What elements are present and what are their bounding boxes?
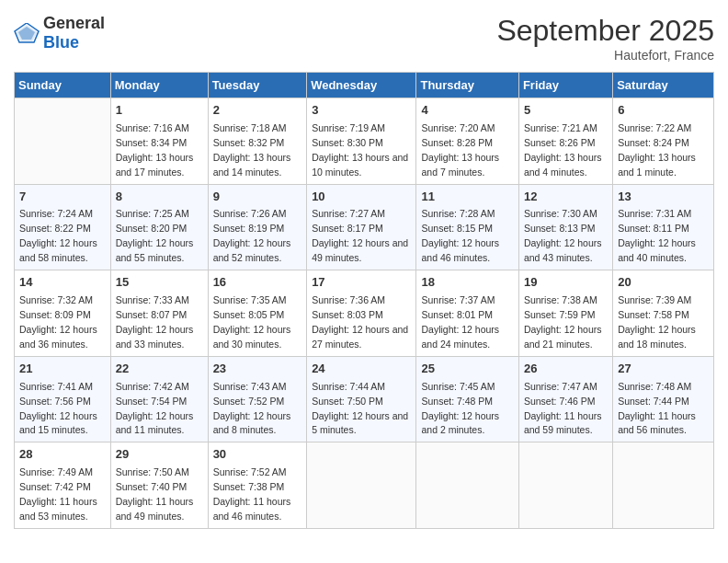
day-number: 22: [116, 361, 203, 378]
day-info: Sunrise: 7:31 AMSunset: 8:11 PMDaylight:…: [618, 208, 696, 263]
day-info: Sunrise: 7:42 AMSunset: 7:54 PMDaylight:…: [116, 381, 194, 436]
calendar-cell: [518, 442, 612, 529]
calendar-cell: 2Sunrise: 7:18 AMSunset: 8:32 PMDaylight…: [208, 98, 307, 185]
calendar-table: SundayMondayTuesdayWednesdayThursdayFrid…: [14, 72, 714, 529]
calendar-cell: [307, 442, 416, 529]
day-number: 27: [618, 361, 709, 378]
day-number: 2: [213, 102, 302, 120]
day-info: Sunrise: 7:49 AMSunset: 7:42 PMDaylight:…: [19, 466, 97, 522]
day-info: Sunrise: 7:20 AMSunset: 8:28 PMDaylight:…: [421, 122, 499, 178]
col-header-monday: Monday: [110, 73, 208, 98]
day-info: Sunrise: 7:33 AMSunset: 8:07 PMDaylight:…: [116, 294, 194, 350]
calendar-cell: 3Sunrise: 7:19 AMSunset: 8:30 PMDaylight…: [307, 98, 416, 185]
calendar-week-row: 7Sunrise: 7:24 AMSunset: 8:22 PMDaylight…: [15, 184, 714, 270]
day-number: 29: [116, 446, 203, 464]
calendar-cell: 1Sunrise: 7:16 AMSunset: 8:34 PMDaylight…: [110, 98, 208, 185]
logo-icon: [14, 23, 40, 43]
day-number: 8: [116, 189, 203, 206]
day-info: Sunrise: 7:48 AMSunset: 7:44 PMDaylight:…: [618, 381, 696, 436]
day-number: 25: [421, 361, 513, 378]
calendar-cell: 17Sunrise: 7:36 AMSunset: 8:03 PMDayligh…: [307, 270, 416, 357]
calendar-cell: 13Sunrise: 7:31 AMSunset: 8:11 PMDayligh…: [613, 184, 714, 270]
calendar-week-row: 14Sunrise: 7:32 AMSunset: 8:09 PMDayligh…: [15, 270, 714, 357]
calendar-cell: 25Sunrise: 7:45 AMSunset: 7:48 PMDayligh…: [416, 356, 518, 442]
day-number: 18: [421, 274, 513, 292]
day-number: 13: [618, 189, 709, 206]
calendar-cell: 11Sunrise: 7:28 AMSunset: 8:15 PMDayligh…: [416, 184, 518, 270]
day-number: 11: [421, 189, 513, 206]
day-number: 9: [213, 189, 302, 206]
day-number: 7: [19, 189, 106, 206]
calendar-cell: 29Sunrise: 7:50 AMSunset: 7:40 PMDayligh…: [110, 442, 208, 529]
day-number: 26: [524, 361, 608, 378]
calendar-cell: 15Sunrise: 7:33 AMSunset: 8:07 PMDayligh…: [110, 270, 208, 357]
title-block: September 2025 Hautefort, France: [496, 14, 714, 63]
day-info: Sunrise: 7:32 AMSunset: 8:09 PMDaylight:…: [19, 294, 97, 350]
logo-text: General Blue: [43, 14, 105, 52]
day-number: 20: [618, 274, 709, 292]
calendar-cell: 12Sunrise: 7:30 AMSunset: 8:13 PMDayligh…: [518, 184, 612, 270]
day-info: Sunrise: 7:28 AMSunset: 8:15 PMDaylight:…: [421, 208, 499, 263]
calendar-cell: 9Sunrise: 7:26 AMSunset: 8:19 PMDaylight…: [208, 184, 307, 270]
calendar-week-row: 28Sunrise: 7:49 AMSunset: 7:42 PMDayligh…: [15, 442, 714, 529]
day-info: Sunrise: 7:18 AMSunset: 8:32 PMDaylight:…: [213, 122, 291, 178]
col-header-wednesday: Wednesday: [307, 73, 416, 98]
day-info: Sunrise: 7:36 AMSunset: 8:03 PMDaylight:…: [312, 294, 408, 350]
calendar-week-row: 21Sunrise: 7:41 AMSunset: 7:56 PMDayligh…: [15, 356, 714, 442]
day-number: 3: [312, 102, 411, 120]
day-number: 30: [213, 446, 302, 464]
day-info: Sunrise: 7:38 AMSunset: 7:59 PMDaylight:…: [524, 294, 602, 350]
day-info: Sunrise: 7:45 AMSunset: 7:48 PMDaylight:…: [421, 381, 499, 436]
calendar-cell: 28Sunrise: 7:49 AMSunset: 7:42 PMDayligh…: [15, 442, 111, 529]
calendar-cell: 26Sunrise: 7:47 AMSunset: 7:46 PMDayligh…: [518, 356, 612, 442]
col-header-saturday: Saturday: [613, 73, 714, 98]
col-header-tuesday: Tuesday: [208, 73, 307, 98]
calendar-cell: [613, 442, 714, 529]
day-number: 24: [312, 361, 411, 378]
col-header-friday: Friday: [518, 73, 612, 98]
day-number: 1: [116, 102, 203, 120]
month-title: September 2025: [496, 14, 714, 48]
calendar-cell: 10Sunrise: 7:27 AMSunset: 8:17 PMDayligh…: [307, 184, 416, 270]
day-info: Sunrise: 7:24 AMSunset: 8:22 PMDaylight:…: [19, 208, 97, 263]
day-number: 15: [116, 274, 203, 292]
calendar-cell: 24Sunrise: 7:44 AMSunset: 7:50 PMDayligh…: [307, 356, 416, 442]
day-number: 10: [312, 189, 411, 206]
calendar-cell: 18Sunrise: 7:37 AMSunset: 8:01 PMDayligh…: [416, 270, 518, 357]
day-number: 12: [524, 189, 608, 206]
calendar-cell: [15, 98, 111, 185]
day-info: Sunrise: 7:35 AMSunset: 8:05 PMDaylight:…: [213, 294, 291, 350]
day-number: 16: [213, 274, 302, 292]
day-info: Sunrise: 7:52 AMSunset: 7:38 PMDaylight:…: [213, 466, 291, 522]
day-info: Sunrise: 7:16 AMSunset: 8:34 PMDaylight:…: [116, 122, 194, 178]
day-info: Sunrise: 7:39 AMSunset: 7:58 PMDaylight:…: [618, 294, 696, 350]
day-info: Sunrise: 7:19 AMSunset: 8:30 PMDaylight:…: [312, 122, 408, 178]
calendar-cell: 20Sunrise: 7:39 AMSunset: 7:58 PMDayligh…: [613, 270, 714, 357]
calendar-cell: 30Sunrise: 7:52 AMSunset: 7:38 PMDayligh…: [208, 442, 307, 529]
calendar-cell: 14Sunrise: 7:32 AMSunset: 8:09 PMDayligh…: [15, 270, 111, 357]
day-number: 23: [213, 361, 302, 378]
day-number: 21: [19, 361, 106, 378]
location: Hautefort, France: [496, 48, 714, 63]
logo: General Blue: [14, 14, 105, 52]
calendar-cell: 27Sunrise: 7:48 AMSunset: 7:44 PMDayligh…: [613, 356, 714, 442]
day-info: Sunrise: 7:41 AMSunset: 7:56 PMDaylight:…: [19, 381, 97, 436]
day-info: Sunrise: 7:22 AMSunset: 8:24 PMDaylight:…: [618, 122, 696, 178]
day-info: Sunrise: 7:30 AMSunset: 8:13 PMDaylight:…: [524, 208, 602, 263]
calendar-cell: 19Sunrise: 7:38 AMSunset: 7:59 PMDayligh…: [518, 270, 612, 357]
day-info: Sunrise: 7:37 AMSunset: 8:01 PMDaylight:…: [421, 294, 499, 350]
day-info: Sunrise: 7:27 AMSunset: 8:17 PMDaylight:…: [312, 208, 408, 263]
day-number: 28: [19, 446, 106, 464]
day-info: Sunrise: 7:21 AMSunset: 8:26 PMDaylight:…: [524, 122, 602, 178]
calendar-cell: 16Sunrise: 7:35 AMSunset: 8:05 PMDayligh…: [208, 270, 307, 357]
day-info: Sunrise: 7:44 AMSunset: 7:50 PMDaylight:…: [312, 381, 408, 436]
calendar-week-row: 1Sunrise: 7:16 AMSunset: 8:34 PMDaylight…: [15, 98, 714, 185]
day-info: Sunrise: 7:50 AMSunset: 7:40 PMDaylight:…: [116, 466, 194, 522]
calendar-cell: 8Sunrise: 7:25 AMSunset: 8:20 PMDaylight…: [110, 184, 208, 270]
calendar-cell: 4Sunrise: 7:20 AMSunset: 8:28 PMDaylight…: [416, 98, 518, 185]
page-header: General Blue September 2025 Hautefort, F…: [14, 14, 714, 63]
col-header-sunday: Sunday: [15, 73, 111, 98]
calendar-cell: 22Sunrise: 7:42 AMSunset: 7:54 PMDayligh…: [110, 356, 208, 442]
day-number: 5: [524, 102, 608, 120]
day-info: Sunrise: 7:25 AMSunset: 8:20 PMDaylight:…: [116, 208, 194, 263]
